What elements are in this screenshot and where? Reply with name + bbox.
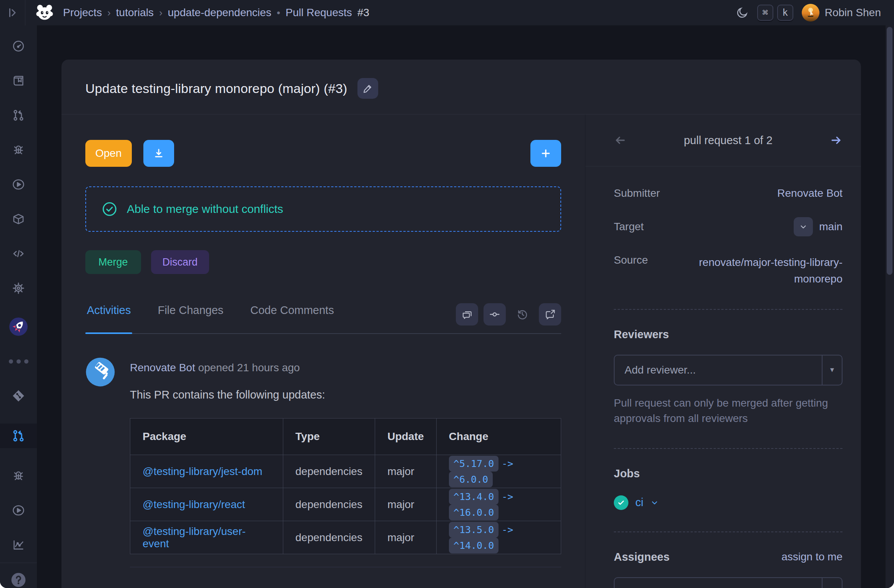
previous-pr-button[interactable] [614, 134, 627, 147]
dashed-divider [614, 448, 842, 449]
next-pr-button[interactable] [829, 134, 842, 147]
check-circle-icon [101, 201, 118, 217]
submitter-link[interactable]: Renovate Bot [777, 187, 842, 199]
sidebar-item-stats[interactable] [0, 538, 37, 552]
main-area: Update testing-library monorepo (major) … [37, 25, 894, 588]
cell-type: dependencies [283, 521, 375, 554]
app-logo[interactable] [35, 3, 55, 23]
sidebar-item-project-issues[interactable] [0, 469, 37, 483]
sidebar-item-project-builds[interactable] [0, 503, 37, 517]
pr-title: Update testing-library monorepo (major) … [85, 81, 347, 96]
sidebar-item-code[interactable] [0, 247, 37, 261]
job-ci-link[interactable]: ci [635, 496, 643, 509]
pull-request-icon [12, 109, 25, 122]
user-menu[interactable]: Robin Shen [802, 4, 881, 22]
submitter-label: Submitter [614, 187, 660, 199]
target-branch-dropdown[interactable] [794, 217, 813, 236]
comment-body: Renovate Bot opened 21 hours ago This PR… [130, 357, 561, 567]
dark-mode-moon-icon[interactable] [736, 6, 749, 19]
add-reviewer-select[interactable]: Add reviewer... ▼ [614, 355, 842, 385]
edit-title-button[interactable] [357, 78, 378, 99]
open-comment-window-button[interactable] [539, 303, 561, 326]
sidebar-item-dashboard[interactable] [0, 39, 37, 53]
target-branch-link[interactable]: main [819, 221, 842, 233]
comment-text: This PR contains the following updates: [130, 389, 561, 401]
table-row: @testing-library/react dependencies majo… [130, 488, 561, 521]
breadcrumb-projects[interactable]: Projects [63, 7, 102, 19]
pr-pager: pull request 1 of 2 [614, 115, 842, 166]
reviewers-heading: Reviewers [614, 328, 842, 341]
discard-button[interactable]: Discard [151, 250, 209, 274]
download-icon [153, 148, 165, 159]
version-to: ^14.0.0 [449, 538, 499, 553]
merge-button[interactable]: Merge [85, 250, 141, 274]
pull-request-card: Update testing-library monorepo (major) … [61, 60, 861, 588]
source-branch-link[interactable]: renovate/major-testing-library-monorepo [681, 254, 842, 287]
package-box-icon [12, 213, 25, 226]
arrow-left-icon [614, 134, 627, 147]
cell-change: ^13.4.0->^16.0.0 [436, 488, 561, 521]
target-row: Target main [614, 217, 842, 236]
ellipsis-icon [9, 359, 28, 364]
show-commits-button[interactable] [484, 303, 506, 326]
sidebar-item-packages[interactable] [0, 212, 37, 226]
sidebar-expand-icon [7, 7, 18, 18]
sidebar-item-docs[interactable] [0, 74, 37, 88]
project-more-menu[interactable] [0, 354, 37, 368]
comment-author-link[interactable]: Renovate Bot [130, 362, 195, 374]
source-label: Source [614, 254, 648, 266]
tab-activities[interactable]: Activities [85, 301, 132, 333]
breadcrumb-pr-number: #3 [357, 7, 369, 19]
commit-icon [489, 309, 500, 320]
book-bookmark-icon [12, 74, 25, 87]
col-header-package: Package [130, 419, 283, 455]
sidebar-item-pull-requests-active[interactable] [0, 424, 37, 448]
package-link[interactable]: @testing-library/user-event [143, 525, 246, 550]
project-avatar[interactable] [0, 320, 37, 334]
sidebar-item-git-code[interactable] [0, 389, 37, 403]
assignees-heading: Assignees [614, 551, 670, 563]
add-assignee-select[interactable]: Add assignee... ▼ [614, 577, 842, 588]
history-button[interactable] [511, 303, 533, 326]
table-row: @testing-library/user-event dependencies… [130, 521, 561, 554]
pr-side-panel: pull request 1 of 2 Submitter Renovate B… [585, 115, 861, 588]
breadcrumb-pull-requests[interactable]: Pull Requests [286, 7, 352, 19]
code-icon [12, 247, 25, 260]
table-header-row: Package Type Update Change [130, 419, 561, 455]
help-question-icon [10, 571, 27, 588]
help-button[interactable] [0, 573, 37, 587]
sidebar-expand-button[interactable] [0, 0, 25, 25]
arrow-glyph: -> [502, 458, 513, 469]
version-to: ^16.0.0 [449, 505, 499, 520]
sidebar-item-settings[interactable] [0, 281, 37, 295]
shortcut-keys: ⌘ k [757, 5, 793, 21]
add-reviewer-placeholder: Add reviewer... [615, 355, 822, 385]
package-link[interactable]: @testing-library/react [143, 498, 245, 510]
sidebar-item-pull-requests[interactable] [0, 108, 37, 122]
panel-divider [585, 166, 861, 166]
version-from: ^13.5.0 [449, 522, 499, 538]
download-patch-button[interactable] [143, 140, 174, 167]
show-comments-button[interactable] [456, 303, 478, 326]
tab-file-changes[interactable]: File Changes [156, 301, 225, 333]
add-comment-button[interactable] [530, 140, 561, 167]
dashed-divider [614, 309, 842, 310]
scrollbar-thumb[interactable] [887, 27, 892, 275]
sidebar-project-group [0, 306, 37, 563]
breadcrumb-repo[interactable]: update-dependencies [168, 7, 271, 19]
history-clock-icon [516, 308, 528, 321]
dropdown-caret-icon: ▼ [822, 578, 842, 588]
assign-to-me-link[interactable]: assign to me [781, 551, 842, 563]
merge-status-text: Able to merge without conflicts [127, 203, 283, 216]
merge-status-box: Able to merge without conflicts [85, 186, 561, 232]
package-link[interactable]: @testing-library/jest-dom [143, 465, 263, 477]
sidebar-item-issues[interactable] [0, 143, 37, 157]
bubble-arrow-out-icon [544, 309, 556, 320]
sidebar-bottom [0, 563, 37, 588]
scrollbar-track[interactable] [886, 25, 894, 588]
sidebar-item-builds[interactable] [0, 178, 37, 191]
tab-code-comments[interactable]: Code Comments [249, 301, 336, 333]
job-ci-row[interactable]: ci [614, 495, 842, 510]
line-chart-icon [12, 538, 25, 551]
breadcrumb-tutorials[interactable]: tutorials [116, 7, 154, 19]
